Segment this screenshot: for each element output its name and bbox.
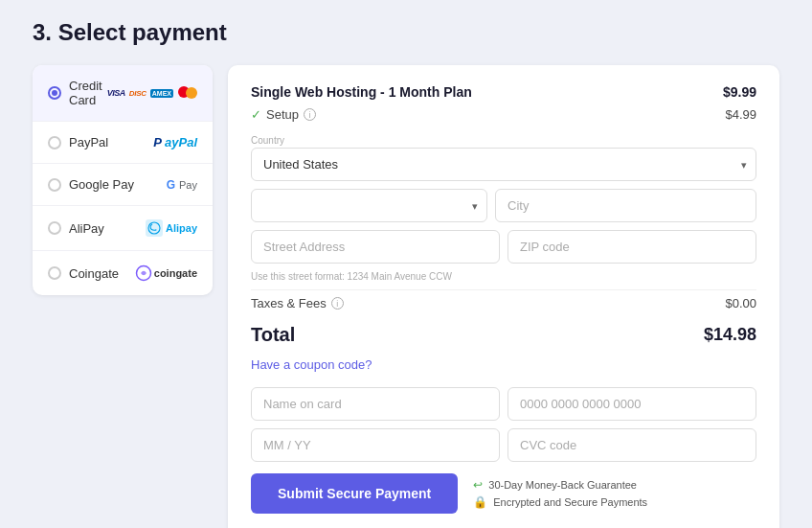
setup-label-text: Setup xyxy=(266,107,299,122)
setup-info-icon[interactable]: i xyxy=(304,108,316,121)
name-on-card-input[interactable] xyxy=(251,387,500,421)
credit-card-logos: VISA DISC AMEX xyxy=(107,86,197,100)
country-select-wrapper: United States Canada United Kingdom ▾ xyxy=(251,148,756,181)
alipay-icon xyxy=(146,219,163,237)
setup-label-group: ✓ Setup i xyxy=(251,107,316,122)
street-zip-row xyxy=(251,230,756,264)
guarantee-money-back-text: 30-Day Money-Back Guarantee xyxy=(488,479,637,491)
taxes-value: $0.00 xyxy=(725,296,756,310)
check-icon: ✓ xyxy=(251,107,261,122)
radio-google-pay xyxy=(48,178,61,192)
country-label: Country xyxy=(251,135,756,146)
mastercard-logo xyxy=(178,86,197,100)
google-pay-logo: G Pay xyxy=(167,178,197,192)
amex-logo: AMEX xyxy=(150,89,173,98)
state-select[interactable]: California New York xyxy=(251,189,487,222)
google-pay-label: Google Pay xyxy=(69,177,134,192)
credit-card-label: Credit Card xyxy=(69,79,107,107)
payment-method-google-pay[interactable]: Google Pay G Pay xyxy=(33,164,213,206)
setup-price: $4.99 xyxy=(725,107,756,122)
radio-credit-card xyxy=(48,86,61,100)
state-city-row: California New York ▾ xyxy=(251,189,756,222)
coingate-label: Coingate xyxy=(69,266,119,281)
discover-logo: DISC xyxy=(129,89,147,98)
expiry-cvc-row xyxy=(251,428,756,462)
submit-button[interactable]: Submit Secure Payment xyxy=(251,473,458,514)
taxes-info-icon[interactable]: i xyxy=(331,297,344,310)
page-title: 3. Select payment xyxy=(33,19,779,46)
taxes-label-text: Taxes & Fees xyxy=(251,296,327,310)
country-select[interactable]: United States Canada United Kingdom xyxy=(251,148,756,181)
paypal-pay: ayPal xyxy=(165,135,197,149)
total-value: $14.98 xyxy=(704,325,756,345)
payment-method-credit-card[interactable]: Credit Card VISA DISC AMEX xyxy=(33,65,213,122)
plan-name: Single Web Hosting - 1 Month Plan xyxy=(251,84,472,100)
country-field-group: Country United States Canada United King… xyxy=(251,135,756,181)
g-letter: G xyxy=(167,178,175,192)
visa-logo: VISA xyxy=(107,88,125,98)
plan-row: Single Web Hosting - 1 Month Plan $9.99 xyxy=(251,84,756,100)
order-panel: Single Web Hosting - 1 Month Plan $9.99 … xyxy=(228,65,779,528)
alipay-text: Alipay xyxy=(166,222,197,234)
submit-row: Submit Secure Payment ↩ 30-Day Money-Bac… xyxy=(251,473,756,514)
radio-coingate xyxy=(48,266,61,280)
payment-methods-panel: Credit Card VISA DISC AMEX PayPal xyxy=(33,65,213,295)
plan-price: $9.99 xyxy=(723,84,756,100)
payment-method-alipay[interactable]: AliPay Alipay xyxy=(33,206,213,251)
alipay-label: AliPay xyxy=(69,221,104,236)
coingate-icon xyxy=(135,264,152,282)
state-select-wrapper: California New York ▾ xyxy=(251,189,487,222)
payment-method-coingate[interactable]: Coingate coingate xyxy=(33,251,213,295)
taxes-label-group: Taxes & Fees i xyxy=(251,296,344,310)
paypal-label: PayPal xyxy=(69,135,108,149)
radio-alipay xyxy=(48,221,61,235)
setup-row: ✓ Setup i $4.99 xyxy=(251,107,756,122)
guarantee-secure-text: Encrypted and Secure Payments xyxy=(493,496,647,508)
total-row: Total $14.98 xyxy=(251,324,756,346)
paypal-p: P xyxy=(153,135,162,149)
coingate-text: coingate xyxy=(154,267,197,279)
card-inputs-section xyxy=(251,387,756,462)
card-number-input[interactable] xyxy=(508,387,756,421)
secure-icon: 🔒 xyxy=(473,495,487,509)
pay-text: Pay xyxy=(179,179,197,191)
zip-input[interactable] xyxy=(508,230,756,264)
total-label: Total xyxy=(251,324,295,346)
money-back-icon: ↩ xyxy=(473,478,483,492)
coupon-link[interactable]: Have a coupon code? xyxy=(251,357,756,372)
address-hint: Use this street format: 1234 Main Avenue… xyxy=(251,271,756,282)
guarantee-money-back: ↩ 30-Day Money-Back Guarantee xyxy=(473,478,647,492)
street-input[interactable] xyxy=(251,230,500,264)
expiry-input[interactable] xyxy=(251,428,500,462)
payment-method-paypal[interactable]: PayPal P ayPal xyxy=(33,122,213,164)
coingate-logo: coingate xyxy=(135,264,197,282)
city-input[interactable] xyxy=(495,189,756,222)
card-name-number-row xyxy=(251,387,756,421)
paypal-logo: P ayPal xyxy=(153,135,197,149)
guarantee-secure: 🔒 Encrypted and Secure Payments xyxy=(473,495,647,509)
cvc-input[interactable] xyxy=(508,428,756,462)
alipay-logo: Alipay xyxy=(146,219,197,237)
taxes-row: Taxes & Fees i $0.00 xyxy=(251,289,756,316)
radio-paypal xyxy=(48,136,61,149)
guarantees-group: ↩ 30-Day Money-Back Guarantee 🔒 Encrypte… xyxy=(473,478,647,509)
